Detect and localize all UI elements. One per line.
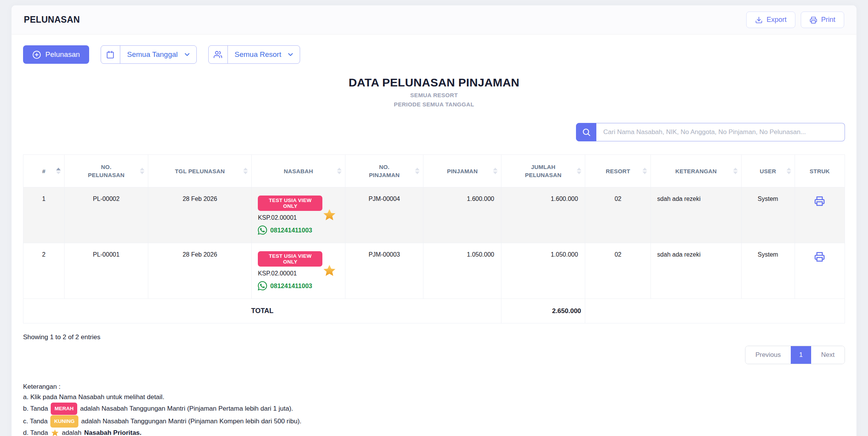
- column-header-pinjaman[interactable]: PINJAMAN: [423, 155, 501, 187]
- page-title: PELUNASAN: [24, 15, 80, 25]
- resort-filter-dropdown[interactable]: Semua Resort: [208, 45, 300, 64]
- pagination-row: Previous 1 Next: [23, 346, 845, 364]
- search-button[interactable]: [576, 123, 596, 141]
- table-total-row: TOTAL 2.650.000: [23, 299, 845, 323]
- pagination-previous[interactable]: Previous: [745, 346, 791, 364]
- column-label: KETERANGAN: [654, 167, 738, 175]
- priority-star-icon: [322, 264, 337, 278]
- nasabah-name-badge[interactable]: TEST USIA VIEW ONLY: [258, 251, 322, 267]
- cell-user: System: [741, 243, 795, 299]
- note-c: c. Tanda KUNING adalah Nasabah Tanggunga…: [23, 415, 845, 428]
- export-label: Export: [767, 16, 787, 24]
- cell-nasabah: TEST USIA VIEW ONLY KSP.02.00001 0812414…: [252, 243, 345, 299]
- column-label: RESORT: [588, 167, 647, 175]
- sort-icons[interactable]: [577, 168, 581, 174]
- column-header-no-pinjaman[interactable]: NO. PINJAMAN: [345, 155, 423, 187]
- nasabah-phone: 081241411003: [270, 282, 312, 290]
- report-subtitle-resort: SEMUA RESORT: [23, 92, 845, 98]
- note-c-prefix: c. Tanda: [23, 416, 48, 426]
- cell-tgl-pelunasan: 28 Feb 2026: [148, 243, 251, 299]
- column-label: PELUNASAN: [505, 171, 582, 179]
- note-d-bold: Nasabah Prioritas.: [84, 428, 141, 436]
- cell-num: 2: [23, 243, 65, 299]
- total-label: TOTAL: [23, 299, 501, 323]
- notes-title: Keterangan :: [23, 382, 845, 392]
- column-label: JUMLAH: [505, 163, 582, 171]
- cell-jumlah-pelunasan: 1.600.000: [501, 187, 585, 243]
- column-label: TGL PELUNASAN: [151, 167, 248, 175]
- nasabah-member-number: KSP.02.00001: [258, 270, 297, 277]
- whatsapp-icon: [258, 225, 267, 235]
- column-header-nasabah[interactable]: NASABAH: [252, 155, 345, 187]
- users-icon: [209, 46, 228, 63]
- search-input[interactable]: [596, 123, 845, 141]
- column-header-num[interactable]: #: [23, 155, 65, 187]
- header-actions: Export Print: [746, 12, 844, 28]
- sort-icons[interactable]: [337, 168, 342, 174]
- sort-icons[interactable]: [733, 168, 738, 174]
- note-d: d. Tanda adalah Nasabah Prioritas.: [23, 428, 845, 436]
- whatsapp-link[interactable]: 081241411003: [258, 225, 312, 235]
- cell-keterangan: sdah ada rezeki: [651, 243, 741, 299]
- cell-jumlah-pelunasan: 1.050.000: [501, 243, 585, 299]
- filters-row: Pelunasan Semua Tanggal Semua Resort: [23, 45, 845, 64]
- cell-no-pelunasan: PL-00001: [64, 243, 148, 299]
- download-icon: [755, 16, 763, 24]
- cell-struk: [795, 243, 845, 299]
- cell-num: 1: [23, 187, 65, 243]
- pagination-page-1[interactable]: 1: [791, 346, 811, 364]
- nasabah-name-badge[interactable]: TEST USIA VIEW ONLY: [258, 196, 322, 211]
- kuning-badge: KUNING: [50, 415, 78, 428]
- note-a: a. Klik pada Nama Nasabah untuk melihat …: [23, 392, 845, 402]
- column-label: USER: [745, 167, 792, 175]
- calendar-icon: [101, 46, 120, 63]
- cell-tgl-pelunasan: 28 Feb 2026: [148, 187, 251, 243]
- cell-user: System: [741, 187, 795, 243]
- column-label: NO.: [349, 163, 420, 171]
- sort-icons[interactable]: [493, 168, 498, 174]
- resort-filter-label: Semua Resort: [228, 50, 287, 59]
- date-filter-dropdown[interactable]: Semua Tanggal: [101, 45, 197, 64]
- whatsapp-icon: [258, 281, 267, 290]
- cell-resort: 02: [585, 243, 651, 299]
- print-label: Print: [821, 16, 835, 24]
- sort-icons[interactable]: [642, 168, 647, 174]
- legend-notes: Keterangan : a. Klik pada Nama Nasabah u…: [23, 382, 845, 436]
- note-b: b. Tanda MERAH adalah Nasabah Tanggungan…: [23, 403, 845, 415]
- main-card: PELUNASAN Export Print Pelunasa: [12, 5, 856, 436]
- column-header-tgl-pelunasan[interactable]: TGL PELUNASAN: [148, 155, 251, 187]
- print-button[interactable]: Print: [801, 12, 844, 28]
- add-pelunasan-button[interactable]: Pelunasan: [23, 45, 89, 64]
- pagination: Previous 1 Next: [745, 346, 845, 364]
- export-button[interactable]: Export: [746, 12, 795, 28]
- table-row: 2 PL-00001 28 Feb 2026 TEST USIA VIEW ON…: [23, 243, 845, 299]
- sort-icons[interactable]: [415, 168, 420, 174]
- column-header-user[interactable]: USER: [741, 155, 795, 187]
- pagination-next[interactable]: Next: [811, 346, 845, 364]
- report-title: DATA PELUNASAN PINJAMAN: [23, 76, 845, 89]
- column-header-resort[interactable]: RESORT: [585, 155, 651, 187]
- print-struk-button[interactable]: [814, 196, 825, 206]
- cell-pinjaman: 1.600.000: [423, 187, 501, 243]
- sort-icons[interactable]: [243, 168, 248, 174]
- cell-struk: [795, 187, 845, 243]
- column-label: STRUK: [798, 167, 842, 175]
- sort-icons[interactable]: [56, 168, 61, 174]
- whatsapp-link[interactable]: 081241411003: [258, 281, 312, 290]
- sort-icons[interactable]: [140, 168, 144, 174]
- merah-badge: MERAH: [51, 403, 78, 415]
- column-header-no-pelunasan[interactable]: NO. PELUNASAN: [64, 155, 148, 187]
- plus-circle-icon: [32, 50, 41, 59]
- add-pelunasan-label: Pelunasan: [45, 50, 80, 59]
- cell-no-pinjaman: PJM-00004: [345, 187, 423, 243]
- print-struk-button[interactable]: [814, 251, 825, 262]
- cell-resort: 02: [585, 187, 651, 243]
- column-header-jumlah-pelunasan[interactable]: JUMLAH PELUNASAN: [501, 155, 585, 187]
- total-empty-cell: [585, 299, 845, 323]
- nasabah-phone: 081241411003: [270, 227, 312, 234]
- entries-info: Showing 1 to 2 of 2 entries: [23, 333, 845, 341]
- total-value: 2.650.000: [501, 299, 585, 323]
- sort-icons[interactable]: [787, 168, 791, 174]
- cell-pinjaman: 1.050.000: [423, 243, 501, 299]
- column-header-keterangan[interactable]: KETERANGAN: [651, 155, 741, 187]
